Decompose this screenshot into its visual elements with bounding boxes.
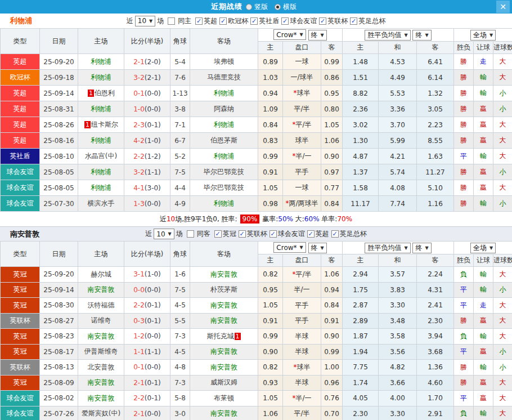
odds-away-cell: 0.86 <box>321 70 343 86</box>
chevron-down-icon: ▼ <box>404 245 407 251</box>
avg-home-cell: 1.87 <box>343 329 379 345</box>
col-away: 客场 <box>190 242 258 267</box>
type-badge: 英冠 <box>1 375 40 391</box>
fulltime-score: 2-2 <box>133 301 145 309</box>
league-checkbox[interactable]: ✓ <box>250 17 258 25</box>
type-badge: 英超 <box>1 133 40 149</box>
score-cell: 0-3(0-1) <box>124 313 170 329</box>
odds-final-select[interactable]: 终▼ <box>308 243 327 253</box>
avg-final-select[interactable]: 终▼ <box>412 30 431 41</box>
league-checkbox[interactable]: ✓ <box>270 230 277 238</box>
corner-cell: 1-13 <box>170 86 190 101</box>
avg-draw-cell: 3.36 <box>379 101 417 117</box>
odds-provider-select[interactable]: Crow*▼ <box>273 242 306 253</box>
league-checkbox[interactable]: ✓ <box>319 17 326 25</box>
score-cell: 1-0(0-0) <box>124 101 170 117</box>
league-checkbox[interactable]: ✓ <box>307 230 315 238</box>
avg-home-cell: 1.30 <box>343 133 379 149</box>
home-team-name: 利物浦 <box>91 168 111 176</box>
same-away-label: 同客 <box>197 229 210 239</box>
handicap-result-cell: 輸 <box>474 329 493 345</box>
league-checkbox[interactable]: ✓ <box>281 17 289 25</box>
avg-metric-select[interactable]: 胜平负均值▼ <box>365 30 410 41</box>
handicap-cell: 平手 <box>283 313 321 329</box>
avg-final-select[interactable]: 终▼ <box>412 243 431 253</box>
league-label: 英冠 <box>223 229 236 239</box>
league-checkbox[interactable]: ✓ <box>331 230 339 238</box>
handicap-value: 半/一 <box>295 394 311 402</box>
league-checkbox[interactable]: ✓ <box>195 17 203 25</box>
handicap-value: 球半 <box>297 363 311 371</box>
avg-metric-select[interactable]: 胜平负均值▼ <box>365 243 410 253</box>
chevron-down-icon: ▼ <box>425 33 428 38</box>
date-cell: 25-08-05 <box>40 180 78 196</box>
handicap-value: 平/半 <box>295 120 311 128</box>
halftime-score: (0-0) <box>145 90 161 97</box>
away-team-name: 利物浦 <box>214 152 234 160</box>
chevron-down-icon: ▼ <box>149 19 152 24</box>
same-away-checkbox[interactable] <box>187 230 194 238</box>
home-team-cell: 南安普敦 <box>78 282 124 298</box>
fulltime-score: 4-2 <box>133 137 145 145</box>
date-cell: 25-08-17 <box>40 344 78 360</box>
match-count-select[interactable]: 10 ▼ <box>154 229 174 239</box>
type-badge: 英超 <box>1 86 40 101</box>
vertical-layout-radio[interactable] <box>246 4 252 10</box>
match-count-select[interactable]: 10 ▼ <box>135 16 155 26</box>
col-avg-away: 客 <box>417 254 454 267</box>
close-icon[interactable]: ✕ <box>496 1 510 13</box>
team-name-southampton: 南安普敦 <box>10 229 39 239</box>
score-cell: 2-1(0-0) <box>124 406 170 420</box>
avg-home-cell: 2.30 <box>343 406 379 420</box>
avg-draw-cell: 5.53 <box>379 86 417 101</box>
scope-select[interactable]: 全场▼ <box>470 30 496 41</box>
avg-home-cell: 1.58 <box>343 180 379 196</box>
summary-segment: 60% <box>304 215 320 223</box>
league-checkbox[interactable]: ✓ <box>350 17 357 25</box>
match-row: 英冠25-09-20赫尔城3-1(1-0)1-6南安普敦0.82*平/半1.06… <box>1 267 512 283</box>
rank-badge: 1 <box>84 121 91 128</box>
odds-provider-select[interactable]: Crow*▼ <box>273 29 306 40</box>
handicap-result-cell: 輸 <box>474 70 493 86</box>
vertical-layout-label[interactable]: 竖版 <box>254 2 268 12</box>
odds-final-select[interactable]: 终▼ <box>308 30 327 41</box>
date-cell: 25-07-30 <box>40 196 78 212</box>
type-badge: 英冠 <box>1 298 40 314</box>
handicap-value: 平手 <box>295 301 309 309</box>
score-cell: 0-0(0-0) <box>124 282 170 298</box>
fulltime-score: 1-2 <box>133 332 145 340</box>
avg-home-cell: 7.75 <box>343 360 379 376</box>
scope-select[interactable]: 全场▼ <box>470 243 496 253</box>
handicap-cell: 一球 <box>283 180 321 196</box>
home-team-name: 利物浦 <box>91 184 111 191</box>
league-checkbox[interactable]: ✓ <box>219 17 227 25</box>
home-team-name: 北安普敦 <box>88 363 115 371</box>
home-team-name: 沃特福德 <box>88 301 115 309</box>
fulltime-score: 2-2 <box>133 153 145 160</box>
type-badge: 英社盾 <box>1 149 40 164</box>
horizontal-layout-radio[interactable] <box>275 4 281 10</box>
date-cell: 25-07-26 <box>40 406 78 420</box>
avg-away-cell: 2.41 <box>417 298 454 314</box>
horizontal-layout-label[interactable]: 横版 <box>283 2 297 12</box>
date-cell: 25-08-31 <box>40 101 78 117</box>
type-badge: 球会友谊 <box>1 391 40 406</box>
league-filter-group: ✓英超✓欧冠杯✓英社盾✓球会友谊✓英联杯✓英足总杯 <box>193 16 385 26</box>
home-team-cell: 横滨水手 <box>78 196 124 212</box>
fulltime-score: 0-1 <box>133 363 145 371</box>
avg-draw-cell: 3.30 <box>379 298 417 314</box>
match-row: 英冠25-08-17伊普斯维奇1-1(1-1)4-5南安普敦0.90半球0.99… <box>1 344 512 360</box>
away-team-cell: 马德里竞技 <box>190 70 258 86</box>
avg-away-cell: 6.14 <box>417 70 454 86</box>
goals-cell: 大 <box>493 391 512 406</box>
home-team-name: 纽卡斯尔 <box>91 120 118 128</box>
halftime-score: (2-1) <box>145 74 161 82</box>
away-team-cell: 南安普敦 <box>190 406 258 420</box>
league-checkbox[interactable]: ✓ <box>214 230 222 238</box>
same-home-checkbox[interactable] <box>168 17 175 25</box>
liverpool-summary: 近10场,胜9平1负0, 胜率:90%赢率:50% 大:60% 单率:70% <box>0 212 512 226</box>
col-odds-away: 客 <box>321 42 343 54</box>
league-checkbox[interactable]: ✓ <box>239 230 246 238</box>
result-cell: 勝 <box>454 164 474 180</box>
col-handicap-result: 让球 <box>474 254 493 267</box>
